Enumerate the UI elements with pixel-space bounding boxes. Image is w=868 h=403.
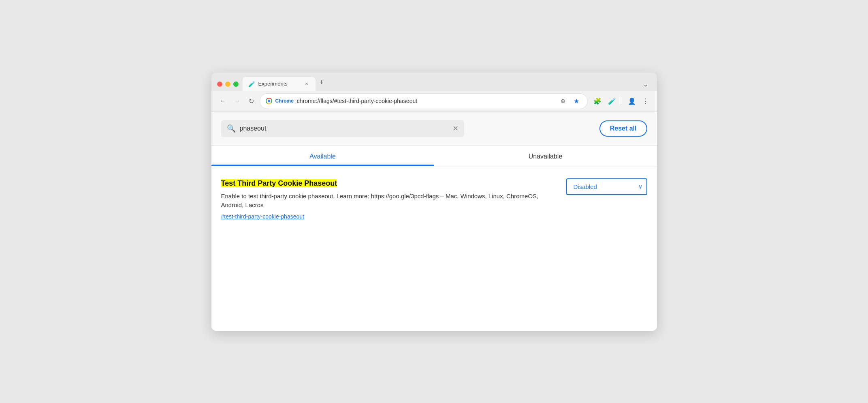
minimize-button[interactable] — [225, 81, 230, 87]
experiments-button[interactable]: 🧪 — [606, 96, 618, 107]
tab-title: Experiments — [258, 81, 301, 87]
search-box: 🔍 ✕ — [221, 120, 464, 137]
flag-title: Test Third Party Cookie Phaseout — [221, 179, 337, 187]
search-input[interactable] — [240, 125, 448, 132]
chrome-label: Chrome — [275, 98, 294, 104]
tab-icon: 🧪 — [248, 81, 255, 87]
search-area: 🔍 ✕ Reset all — [211, 112, 657, 146]
title-bar: 🧪 Experiments × + ⌄ — [211, 73, 657, 91]
forward-button[interactable]: → — [232, 96, 243, 106]
close-button[interactable] — [217, 81, 222, 87]
flag-item: Test Third Party Cookie Phaseout Enable … — [221, 178, 647, 228]
flags-list: Test Third Party Cookie Phaseout Enable … — [211, 166, 657, 240]
tab-dropdown-button[interactable]: ⌄ — [640, 80, 651, 88]
search-icon: 🔍 — [227, 124, 236, 133]
maximize-button[interactable] — [233, 81, 239, 87]
page-content: 🔍 ✕ Reset all Available Unavailable Test… — [211, 112, 657, 331]
address-url: chrome://flags/#test-third-party-cookie-… — [297, 98, 555, 104]
flag-description: Enable to test third-party cookie phaseo… — [221, 192, 558, 210]
active-tab[interactable]: 🧪 Experiments × — [243, 77, 316, 91]
flag-select[interactable]: Default Disabled Enabled — [566, 178, 647, 195]
bookmark-icon[interactable]: ★ — [571, 96, 582, 107]
flag-info: Test Third Party Cookie Phaseout Enable … — [221, 178, 558, 220]
chrome-logo — [266, 98, 272, 104]
browser-window: 🧪 Experiments × + ⌄ ← → ↻ Chrome chrome:… — [211, 73, 657, 331]
address-bar[interactable]: Chrome chrome://flags/#test-third-party-… — [260, 93, 588, 109]
new-tab-button[interactable]: + — [316, 77, 328, 88]
nav-icons: 🧩 🧪 👤 ⋮ — [591, 96, 651, 107]
reset-all-button[interactable]: Reset all — [599, 120, 647, 137]
menu-button[interactable]: ⋮ — [640, 96, 651, 107]
tab-unavailable[interactable]: Unavailable — [434, 146, 657, 166]
search-clear-button[interactable]: ✕ — [452, 124, 459, 133]
refresh-button[interactable]: ↻ — [246, 96, 256, 107]
nav-bar: ← → ↻ Chrome chrome://flags/#test-third-… — [211, 91, 657, 112]
flag-control: Default Disabled Enabled — [566, 178, 647, 195]
extensions-button[interactable]: 🧩 — [591, 96, 604, 107]
flag-select-wrapper: Default Disabled Enabled — [566, 178, 647, 195]
window-controls — [217, 81, 239, 91]
zoom-icon[interactable]: ⊕ — [558, 96, 568, 106]
profile-button[interactable]: 👤 — [625, 96, 638, 107]
back-button[interactable]: ← — [217, 96, 228, 106]
nav-divider — [622, 97, 622, 105]
tab-close-button[interactable]: × — [303, 80, 309, 88]
flag-link[interactable]: #test-third-party-cookie-phaseout — [221, 213, 558, 220]
tabs-row: Available Unavailable — [211, 146, 657, 166]
tab-available[interactable]: Available — [211, 146, 434, 166]
